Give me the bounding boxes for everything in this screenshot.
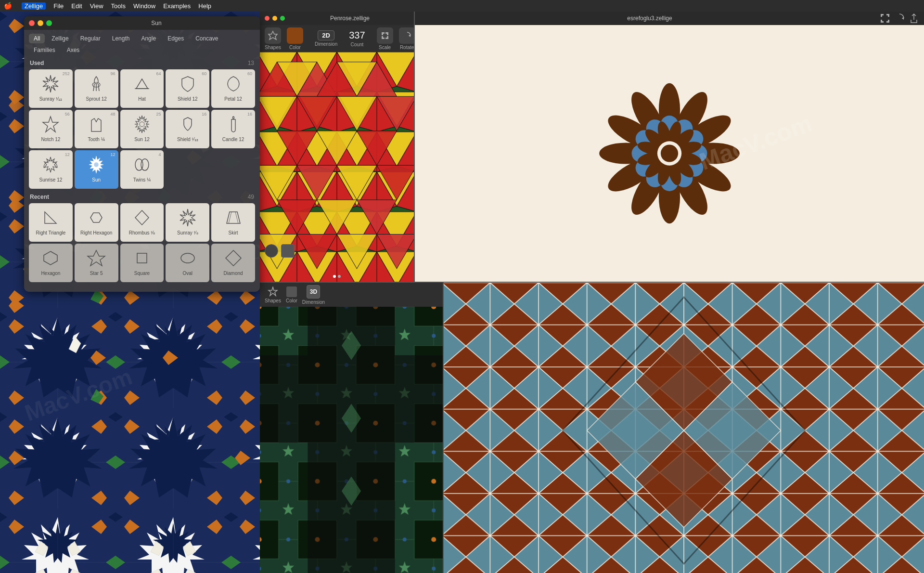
recent-section-header: Recent 49 (29, 194, 255, 200)
menu-window[interactable]: Window (133, 2, 155, 10)
circle-view-icon[interactable] (265, 244, 278, 258)
shape-petal12[interactable]: 60 Petal 12 (211, 69, 255, 108)
shape-recent-9[interactable]: Oval (166, 244, 209, 282)
svg-marker-92 (180, 209, 195, 226)
toolbar-scale[interactable]: Scale (377, 27, 393, 50)
svg-marker-132 (902, 17, 904, 20)
svg-marker-85 (44, 157, 57, 172)
tab-axes[interactable]: Axes (62, 45, 85, 55)
menu-zellige[interactable]: Zellige (22, 2, 46, 10)
esrefoglu-scale[interactable] (880, 13, 890, 24)
toolbar-count: 337 Count (349, 30, 365, 47)
used-count: 13 (248, 60, 254, 66)
color-swatch-icon (287, 27, 303, 44)
svg-marker-83 (135, 116, 149, 133)
bl-shapes[interactable]: Shapes (265, 286, 281, 303)
penrose-maximize[interactable] (280, 16, 285, 21)
bottom-right-content (444, 283, 924, 573)
shape-shield12[interactable]: 60 Shield 12 (166, 69, 209, 108)
tab-zellige[interactable]: Zellige (47, 34, 73, 43)
penrose-toolbar: Shapes Color 2D Dimension 337 Count (260, 25, 414, 52)
shape-sprout12[interactable]: 96 Sprout 12 (75, 69, 118, 108)
app-container: MacV.com MacV.com Sun All Zellige Regula… (0, 12, 924, 573)
svg-point-84 (140, 122, 144, 127)
bl-color[interactable]: Color (286, 286, 297, 303)
penrose-title: Penrose.zellige (291, 15, 409, 22)
left-panel: MacV.com MacV.com Sun All Zellige Regula… (0, 12, 260, 573)
shape-candle12[interactable]: 16 Candle 12 (211, 110, 255, 148)
shape-sun-selected[interactable]: 12 Sun (75, 150, 118, 189)
dim-badge[interactable]: 2D (318, 30, 334, 40)
shape-recent-7[interactable]: Star 5 (75, 244, 118, 282)
count-value: 337 (349, 30, 365, 41)
penrose-view-toggle (265, 244, 295, 258)
menu-edit[interactable]: Edit (71, 2, 82, 10)
recent-shapes-grid: Right Triangle Right Hexagon Rhombus ¹⁄₈ (29, 203, 255, 282)
menu-view[interactable]: View (90, 2, 103, 10)
shape-sun12[interactable]: 25 Sun 12 (120, 110, 164, 148)
bottom-left-content (260, 307, 443, 573)
tab-families[interactable]: Families (29, 45, 60, 55)
tab-regular[interactable]: Regular (76, 34, 105, 43)
tab-angle[interactable]: Angle (136, 34, 161, 43)
shape-sunray[interactable]: 252 Sunray ¹⁄₁₂ (29, 69, 73, 108)
penrose-window: Penrose.zellige Shapes Color (260, 12, 414, 282)
menu-file[interactable]: File (53, 2, 64, 10)
esrefoglu-rotate[interactable] (894, 13, 905, 24)
shape-hat[interactable]: 64 Hat (120, 69, 164, 108)
shape-recent-6[interactable]: Hexagon (29, 244, 73, 282)
svg-marker-79 (43, 75, 58, 92)
shape-sunray-eighth[interactable]: Sunray ¹⁄₈ (166, 203, 209, 242)
esrefoglu-titlebar: esrefoglu3.zellige (415, 12, 924, 25)
esrefoglu-title: esrefoglu3.zellige (423, 15, 877, 22)
esrefoglu-share[interactable] (909, 13, 919, 24)
shape-sunrise12[interactable]: 12 Sunrise 12 (29, 150, 73, 189)
bl-3d-badge: 3D (307, 285, 320, 299)
minimize-button[interactable] (38, 20, 43, 26)
menu-tools[interactable]: Tools (111, 2, 126, 10)
toolbar-shapes[interactable]: Shapes (265, 27, 281, 50)
used-shapes-grid: 252 Sunray ¹⁄₁₂ 96 Sprout 12 64 (29, 69, 255, 189)
toolbar-dimension[interactable]: 2D Dimension (315, 30, 337, 47)
svg-marker-98 (226, 250, 241, 266)
toolbar-color[interactable]: Color (287, 27, 303, 50)
used-section-header: Used 13 (29, 60, 255, 66)
svg-point-97 (181, 253, 194, 263)
penrose-close[interactable] (265, 16, 270, 21)
menu-examples[interactable]: Examples (163, 2, 191, 10)
right-area: Penrose.zellige Shapes Color (260, 12, 924, 573)
shape-tooth[interactable]: 48 Tooth ¼ (75, 110, 118, 148)
recent-label: Recent (30, 194, 49, 200)
esrefoglu-window: esrefoglu3.zellige (415, 12, 924, 282)
close-button[interactable] (29, 20, 35, 26)
shape-right-triangle[interactable]: Right Triangle (29, 203, 73, 242)
shape-recent-10[interactable]: Diamond (211, 244, 255, 282)
bottom-right-window (444, 283, 924, 573)
apple-menu[interactable]: 🍎 (4, 2, 12, 10)
menubar: 🍎 Zellige File Edit View Tools Window Ex… (0, 0, 924, 12)
shape-skirt[interactable]: Skirt (211, 203, 255, 242)
shape-recent-8[interactable]: Square (120, 244, 164, 282)
svg-marker-95 (44, 251, 57, 265)
tab-all[interactable]: All (29, 34, 45, 43)
shape-notch12[interactable]: 56 Notch 12 (29, 110, 73, 148)
penrose-minimize[interactable] (272, 16, 277, 21)
tab-length[interactable]: Length (107, 34, 135, 43)
shapes-icon (265, 27, 281, 44)
shape-twins[interactable]: 4 Twins ¼ (120, 150, 164, 189)
recent-count: 49 (248, 194, 254, 200)
used-label: Used (30, 60, 44, 66)
scale-icon (377, 27, 393, 44)
tab-edges[interactable]: Edges (163, 34, 189, 43)
window-row-top: Penrose.zellige Shapes Color (260, 12, 924, 282)
bottom-left-window: Shapes Color 3D Dimension (260, 283, 443, 573)
tab-concave[interactable]: Concave (191, 34, 223, 43)
menu-help[interactable]: Help (198, 2, 211, 10)
bl-dimension[interactable]: 3D Dimension (302, 285, 325, 305)
square-view-icon[interactable] (281, 244, 295, 258)
shape-shield-frac[interactable]: 16 Shield ¹⁄₁₂ (166, 110, 209, 148)
shape-right-hexagon[interactable]: Right Hexagon (75, 203, 118, 242)
shape-rhombus[interactable]: Rhombus ¹⁄₈ (120, 203, 164, 242)
toolbar-rotate[interactable]: Rotate (399, 27, 414, 50)
maximize-button[interactable] (46, 20, 52, 26)
